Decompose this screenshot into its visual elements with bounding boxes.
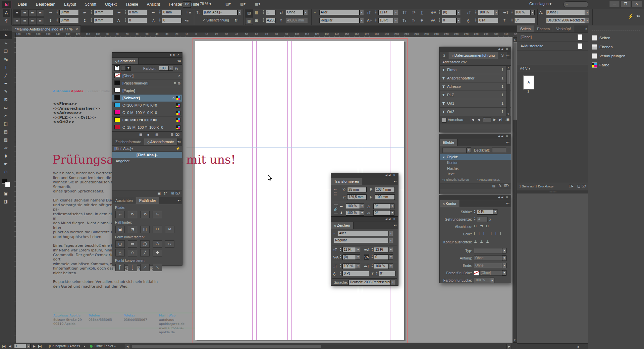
tab-verknuepfungen[interactable]: Verknüpf [553,25,574,32]
gap-tint-dropdown[interactable]: ▸ [490,278,494,283]
stroke-type-dropdown[interactable]: ▼ [502,248,506,253]
end-field[interactable]: Ohne [474,263,502,268]
join-path-icon[interactable]: ⤜ [115,211,125,218]
bridge-button[interactable]: Br [183,1,191,8]
show-all-swatches-icon[interactable]: ▦ [139,133,142,136]
columns-field[interactable]: 1 [266,10,276,15]
justify-center-button[interactable]: ≣ [21,17,29,25]
swatch-row[interactable]: [Schwarz]✕⊕ [112,95,182,102]
align-center-button[interactable]: ≣ [21,9,29,17]
show-color-swatches-icon[interactable]: ■ [147,133,149,136]
page-number-field[interactable]: 1 [14,344,26,348]
panel-menu-icon[interactable]: ▾≡ [177,199,181,202]
superscript-icon[interactable]: T¹ [412,10,415,15]
tab-close-icon[interactable]: ✕ [75,26,78,33]
document-tab[interactable]: *Mailing-Autobranche.indd @ 77 %✕ [12,25,81,33]
stepper[interactable]: ▲▼ [511,10,514,15]
paragraph-options-icon[interactable]: ¶⁺ [235,18,239,23]
first-record-icon[interactable]: |◀ [471,118,474,121]
end-dropdown[interactable]: ▼ [502,263,506,268]
prev-page-icon[interactable]: ◀ [9,344,11,348]
stepper[interactable]: ▲▼ [90,10,93,15]
dropcap-lines-field[interactable]: 0 [128,18,147,23]
control-panel-menu-icon[interactable]: ▾≡ [637,13,640,19]
horizontal-scale-dropdown[interactable]: ▼ [530,10,535,15]
skew-field[interactable]: 0° [514,18,535,23]
edit-page-size-icon[interactable]: ❐▾ [569,184,574,188]
merge-placeholder[interactable]: <<Ort2>> [53,120,101,124]
effects-target-row[interactable]: ▼Text: [440,171,511,177]
swatch-row[interactable]: C=0 M=0 Y=100 K=0✕⊕ [112,117,182,124]
text-fill-proxy[interactable]: T [114,65,120,71]
stroke-type-field[interactable] [474,248,502,253]
scissors-tool[interactable]: ✂ [0,112,12,120]
formatting-affects-text-button[interactable]: ▣ [0,189,12,197]
vertical-scrollbar[interactable]: ▲ ▼ [513,37,517,343]
rectangle-tool[interactable]: ▭ [0,104,12,112]
align-inside-stroke-icon[interactable]: ⊥ [480,239,483,243]
convert-line-icon[interactable]: ╱ [140,249,150,256]
underline-icon[interactable]: T [421,10,423,15]
stepper[interactable]: ▲▼ [438,10,441,15]
weight-field[interactable]: 0 Pt [477,209,493,215]
prev-record-icon[interactable]: ◀ [477,118,480,121]
swatch-row[interactable]: C=15 M=100 Y=100 K=0✕⊕ [112,124,182,131]
tab-seiten[interactable]: Seiten [517,25,534,32]
scale-x-dropdown[interactable]: ▼ [360,203,364,209]
convert-orthogonal-icon[interactable]: ✚ [153,249,162,256]
span-columns-dropdown[interactable]: ▼ [304,10,308,15]
delete-swatch-icon[interactable]: ⌦ [175,133,180,136]
fx-icon[interactable]: fx. [498,184,502,188]
gap-tint-field[interactable]: 100 % [474,278,490,283]
miter-field[interactable]: 4 [477,217,488,222]
delete-page-icon[interactable]: ⌦ [582,184,586,188]
scroll-right-icon[interactable]: ▶ [506,344,512,349]
opacity-field[interactable] [492,148,506,153]
effects-target-row[interactable]: ▼Kontur: [440,160,511,166]
kerning-dropdown[interactable]: ▼ [356,254,360,260]
projecting-cap-icon[interactable]: ⊔ [486,224,489,228]
small-caps-icon[interactable]: Tᴛ [402,18,407,23]
align-outside-stroke-icon[interactable]: ⊥ [486,239,489,243]
start-dropdown[interactable]: ▼ [502,255,506,261]
tab-zeichen[interactable]: ◇ Zeichen [331,222,354,229]
pen-tool[interactable]: ✒ [0,79,12,88]
symmetrical-point-icon[interactable]: ⟍ [153,264,162,271]
dock-item[interactable]: Verknüpfungen [588,51,644,60]
character-style-dropdown[interactable]: ▼ [585,10,589,15]
dock-item[interactable]: Farbe [588,60,644,69]
numbered-list-icon[interactable]: ⋮≡ [185,10,191,15]
quick-apply-icon[interactable]: ⚡ [176,146,180,152]
align-center-stroke-icon[interactable]: ⊥ [474,239,477,243]
first-page-icon[interactable]: |◀ [2,344,5,348]
kerning-field[interactable]: (0) [442,10,457,15]
hand-tool[interactable]: ☛ [0,160,12,168]
paragraph-style-dropdown[interactable]: ▼ [237,10,242,15]
constrain-proportions-icon[interactable]: 🔗 [334,205,338,214]
open-path-icon[interactable]: ⟳ [128,211,137,218]
menu-item[interactable]: Bearbeiten [32,0,60,9]
font-size-field[interactable]: 11 Pt [342,247,356,252]
subscript-icon[interactable]: T₁ [412,18,415,23]
align-left-button[interactable]: ≣ [13,9,21,17]
Ort1[interactable]: TOrt11 [440,99,511,108]
effects-target-row[interactable]: ▼Fläche: [440,166,511,171]
isolate-blending-checkbox[interactable]: ▫ Füllmeth. isolieren [442,178,469,181]
stepper[interactable]: ▲▼ [56,10,59,15]
tint-field[interactable]: 100 [159,66,169,71]
stepper[interactable]: ▲▼ [262,18,265,23]
indent-left-field[interactable]: 0 mm [59,10,79,15]
scroll-right-icon[interactable]: ▶ [576,345,581,349]
menu-item[interactable]: Schrift [80,0,101,9]
preview-checkbox[interactable] [442,118,446,123]
bevel-join-icon[interactable]: Γ [483,231,485,235]
footer-column[interactable]: Autohaus ApoldaSulzaer Straße 29 99510 A… [53,313,89,328]
panel-menu-icon[interactable]: ▾≡ [393,180,397,183]
last-page-icon[interactable]: ▶| [38,344,42,348]
record-number-field[interactable]: 1 [483,117,491,122]
workspace-switcher[interactable]: Grundlagen ▾ [529,2,551,6]
justify-button[interactable]: ≣ [36,9,44,17]
scroll-left-icon[interactable]: ◀ [125,344,130,349]
preflight-errors[interactable]: Ohne Fehler ▾ [95,344,116,348]
font-family-field[interactable]: Aller [338,231,389,236]
